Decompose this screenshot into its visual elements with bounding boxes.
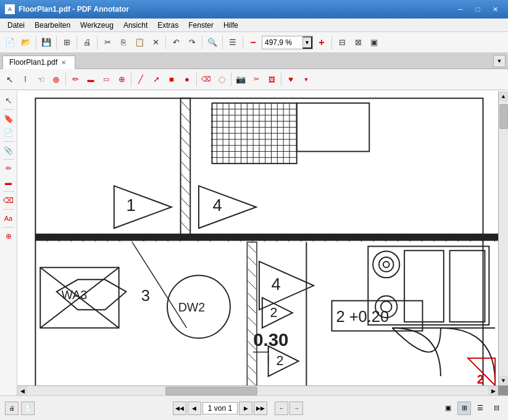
view-continuous-btn[interactable]: ☰	[473, 401, 487, 415]
screenshot-tool[interactable]: 📷	[233, 72, 248, 87]
delete-button[interactable]: ✕	[148, 35, 163, 50]
h-scroll-thumb[interactable]	[165, 387, 257, 395]
forward-button[interactable]: →	[289, 401, 303, 415]
favorite-dropdown[interactable]: ▼	[299, 72, 314, 87]
first-page-button[interactable]: ◀◀	[173, 401, 186, 415]
pdf-view[interactable]: 1 4	[17, 91, 498, 395]
copy-button[interactable]: ⎘	[116, 35, 131, 50]
maximize-button[interactable]: □	[470, 3, 486, 15]
scroll-thumb[interactable]	[499, 104, 508, 129]
page-view-button3[interactable]: ▣	[367, 35, 381, 50]
cut-button[interactable]: ✂	[100, 35, 115, 50]
tabbar-dropdown[interactable]: ▼	[493, 55, 506, 67]
annot-toolbar: ↖ Ī ☜ ⊕ ✏ ▬ ▭ ⊕ ╱ ➚ ■ ● ⌫ ◌ 📷 ✂ 🖼 ♥ ▼	[0, 69, 508, 90]
h-scroll-right-button[interactable]: ▶	[488, 386, 498, 396]
tab-close-button[interactable]: ✕	[61, 59, 66, 66]
minimize-button[interactable]: ─	[452, 3, 468, 15]
sidebar-bookmark[interactable]: 🔖	[2, 112, 15, 125]
sidebar-pen[interactable]: ✏	[2, 162, 15, 175]
view-single-btn[interactable]: ▣	[441, 401, 455, 415]
sidebar-pages[interactable]: 📄	[2, 126, 15, 139]
image-tool[interactable]: 🖼	[264, 72, 279, 87]
last-page-button[interactable]: ▶▶	[254, 401, 267, 415]
menu-ansicht[interactable]: Ansicht	[119, 19, 152, 32]
scan-button[interactable]: ⊞	[59, 35, 74, 50]
toolbar-separator-6	[202, 36, 202, 49]
close-button[interactable]: ✕	[487, 3, 503, 15]
lasso-tool[interactable]: ◌	[214, 72, 229, 87]
tabbar: FloorPlan1.pdf ✕ ▼	[0, 53, 508, 69]
tab-floorplan[interactable]: FloorPlan1.pdf ✕	[2, 56, 75, 69]
sidebar-text[interactable]: Aa	[2, 212, 15, 225]
right-scrollbar[interactable]: ▲ ▼	[498, 91, 508, 385]
new-button[interactable]: 📄	[2, 35, 17, 50]
filled-rect-tool[interactable]: ■	[164, 72, 179, 87]
view-double-btn[interactable]: ⊞	[457, 401, 471, 415]
print-status-btn[interactable]: 🖨	[5, 401, 19, 415]
prev-page-button[interactable]: ◀	[188, 401, 201, 415]
rect-annot-tool[interactable]: ▭	[99, 72, 114, 87]
menu-extras[interactable]: Extras	[152, 19, 183, 32]
open-button[interactable]: 📂	[19, 35, 33, 50]
menu-datei[interactable]: Datei	[2, 19, 30, 32]
sidebar-attachments[interactable]: 📎	[2, 144, 15, 157]
h-scroll-left-button[interactable]: ◀	[17, 386, 27, 396]
undo-button[interactable]: ↶	[169, 35, 183, 50]
search-button[interactable]: 🔍	[205, 35, 220, 50]
label-2-020: 2 +0.20	[336, 308, 389, 325]
cursor-tool[interactable]: ↖	[2, 72, 17, 87]
zoom-in-button[interactable]: +	[314, 35, 329, 50]
app-icon: A	[5, 4, 15, 14]
favorite-tool[interactable]: ♥	[283, 72, 298, 87]
sidebar-highlight[interactable]: ▬	[2, 176, 15, 189]
side-sep-2	[3, 141, 14, 142]
stamp-tool[interactable]: ⊕	[114, 72, 129, 87]
eraser-tool[interactable]: ⌫	[199, 72, 214, 87]
paste-button[interactable]: 📋	[132, 35, 147, 50]
titlebar-controls: ─ □ ✕	[452, 3, 503, 15]
side-sep-5	[3, 209, 14, 210]
zoom-dropdown-button[interactable]: ▼	[302, 36, 312, 49]
text-select-tool[interactable]: Ī	[18, 72, 33, 87]
menu-werkzeug[interactable]: Werkzeug	[75, 19, 119, 32]
toolbar-separator-7	[222, 36, 223, 49]
scroll-down-button[interactable]: ▼	[499, 376, 509, 385]
view-controls: ▣ ⊞ ☰ ⊟	[441, 401, 503, 415]
save-button[interactable]: 💾	[39, 35, 54, 50]
annot-sep-3	[196, 73, 197, 86]
hand-tool[interactable]: ☜	[33, 72, 48, 87]
view-options-button[interactable]: ☰	[225, 35, 240, 50]
print-status-btn2[interactable]: 📄	[21, 401, 35, 415]
menu-bearbeiten[interactable]: Bearbeiten	[30, 19, 75, 32]
page-view-button1[interactable]: ⊟	[335, 35, 349, 50]
annot-sep-4	[231, 73, 231, 86]
next-page-button[interactable]: ▶	[239, 401, 252, 415]
view-fit-btn[interactable]: ⊟	[489, 401, 503, 415]
line-tool[interactable]: ╱	[133, 72, 148, 87]
zoom-out-button[interactable]: −	[246, 35, 260, 50]
page-view-button2[interactable]: ⊠	[351, 35, 365, 50]
print-button[interactable]: 🖨	[80, 35, 94, 50]
zoom-input[interactable]	[262, 36, 302, 49]
status-print-buttons: 🖨 📄	[5, 401, 35, 415]
side-sep-3	[3, 159, 14, 160]
sidebar-select[interactable]: ↖	[2, 94, 15, 107]
sidebar-stamp[interactable]: ⊕	[2, 229, 15, 243]
h-scrollbar[interactable]: ◀ ▶	[17, 385, 498, 395]
pen-tool[interactable]: ✏	[68, 72, 83, 87]
back-button[interactable]: ←	[275, 401, 288, 415]
shape-tool[interactable]: ●	[180, 72, 194, 87]
sidebar-eraser[interactable]: ⌫	[2, 194, 15, 207]
floorplan-svg: 1 4	[17, 91, 498, 395]
crop-tool[interactable]: ✂	[249, 72, 264, 87]
arrow-tool[interactable]: ➚	[149, 72, 164, 87]
menu-hilfe[interactable]: Hilfe	[219, 19, 243, 32]
toolbar-separator-5	[165, 36, 166, 49]
scroll-up-button[interactable]: ▲	[499, 91, 509, 101]
menu-fenster[interactable]: Fenster	[183, 19, 219, 32]
redo-button[interactable]: ↷	[185, 35, 199, 50]
toolbar-separator-8	[243, 36, 243, 49]
highlight-tool[interactable]: ▬	[83, 72, 98, 87]
label-2-red: 2	[477, 373, 484, 386]
zoom-area-tool[interactable]: ⊕	[49, 72, 64, 87]
